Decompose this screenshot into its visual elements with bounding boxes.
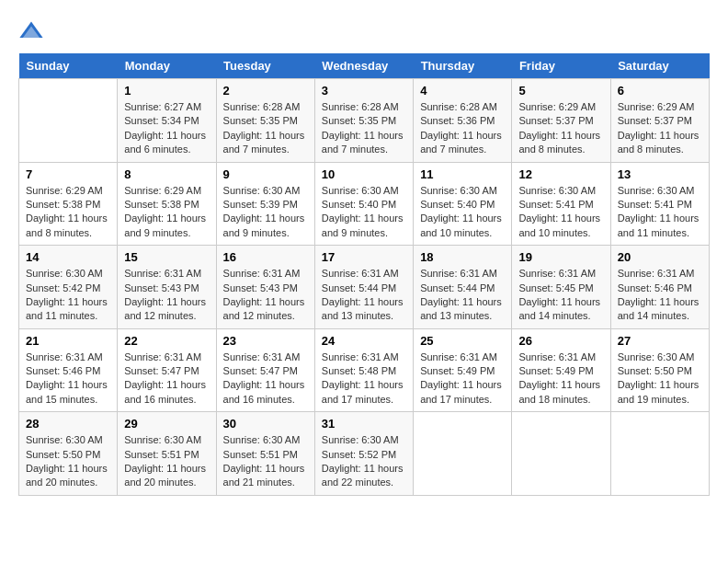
day-number: 15 [124,250,209,264]
day-number: 24 [322,334,406,348]
day-cell: 26Sunrise: 6:31 AM Sunset: 5:49 PM Dayli… [512,328,610,412]
day-info: Sunrise: 6:31 AM Sunset: 5:44 PM Dayligh… [420,267,505,324]
logo [18,18,46,44]
day-info: Sunrise: 6:31 AM Sunset: 5:43 PM Dayligh… [124,267,209,324]
day-info: Sunrise: 6:31 AM Sunset: 5:46 PM Dayligh… [26,350,110,408]
day-number: 21 [26,334,110,348]
day-cell [414,412,512,496]
day-cell: 7Sunrise: 6:29 AM Sunset: 5:38 PM Daylig… [19,162,118,246]
day-info: Sunrise: 6:30 AM Sunset: 5:51 PM Dayligh… [223,433,308,490]
day-number: 12 [518,167,603,181]
day-cell: 28Sunrise: 6:30 AM Sunset: 5:50 PM Dayli… [19,412,118,496]
day-info: Sunrise: 6:30 AM Sunset: 5:50 PM Dayligh… [618,350,702,408]
day-number: 3 [322,84,406,98]
day-info: Sunrise: 6:31 AM Sunset: 5:45 PM Dayligh… [518,267,603,324]
day-number: 5 [518,84,603,98]
day-info: Sunrise: 6:31 AM Sunset: 5:48 PM Dayligh… [322,350,406,408]
day-info: Sunrise: 6:29 AM Sunset: 5:38 PM Dayligh… [124,184,209,241]
day-cell: 20Sunrise: 6:31 AM Sunset: 5:46 PM Dayli… [610,246,709,329]
day-info: Sunrise: 6:31 AM Sunset: 5:44 PM Dayligh… [322,267,406,324]
day-cell: 1Sunrise: 6:27 AM Sunset: 5:34 PM Daylig… [118,79,216,163]
day-cell: 29Sunrise: 6:30 AM Sunset: 5:51 PM Dayli… [118,412,216,496]
day-number: 20 [618,250,702,264]
header-cell-tuesday: Tuesday [216,53,314,79]
day-number: 19 [518,250,603,264]
day-number: 14 [26,250,110,264]
day-cell: 10Sunrise: 6:30 AM Sunset: 5:40 PM Dayli… [314,162,413,246]
day-cell: 25Sunrise: 6:31 AM Sunset: 5:49 PM Dayli… [414,328,512,412]
day-cell: 2Sunrise: 6:28 AM Sunset: 5:35 PM Daylig… [216,79,314,163]
day-info: Sunrise: 6:27 AM Sunset: 5:34 PM Dayligh… [124,100,209,157]
day-info: Sunrise: 6:31 AM Sunset: 5:49 PM Dayligh… [420,350,505,408]
day-number: 26 [518,334,603,348]
day-number: 18 [420,250,505,264]
day-number: 8 [124,167,209,181]
day-cell: 6Sunrise: 6:29 AM Sunset: 5:37 PM Daylig… [610,79,709,163]
day-cell: 16Sunrise: 6:31 AM Sunset: 5:43 PM Dayli… [216,246,314,329]
day-cell: 11Sunrise: 6:30 AM Sunset: 5:40 PM Dayli… [414,162,512,246]
day-cell: 31Sunrise: 6:30 AM Sunset: 5:52 PM Dayli… [314,412,413,496]
day-info: Sunrise: 6:28 AM Sunset: 5:35 PM Dayligh… [322,100,406,157]
day-cell: 24Sunrise: 6:31 AM Sunset: 5:48 PM Dayli… [314,328,413,412]
day-cell: 21Sunrise: 6:31 AM Sunset: 5:46 PM Dayli… [19,328,118,412]
day-number: 2 [223,84,308,98]
day-info: Sunrise: 6:29 AM Sunset: 5:37 PM Dayligh… [518,100,603,157]
header-cell-friday: Friday [512,53,610,79]
day-cell: 4Sunrise: 6:28 AM Sunset: 5:36 PM Daylig… [414,79,512,163]
day-cell: 9Sunrise: 6:30 AM Sunset: 5:39 PM Daylig… [216,162,314,246]
day-number: 13 [618,167,702,181]
day-number: 25 [420,334,505,348]
week-row-4: 28Sunrise: 6:30 AM Sunset: 5:50 PM Dayli… [19,412,710,496]
day-cell: 5Sunrise: 6:29 AM Sunset: 5:37 PM Daylig… [512,79,610,163]
day-number: 9 [223,167,308,181]
day-number: 27 [618,334,702,348]
day-cell: 30Sunrise: 6:30 AM Sunset: 5:51 PM Dayli… [216,412,314,496]
header-cell-thursday: Thursday [414,53,512,79]
day-number: 4 [420,84,505,98]
header-cell-monday: Monday [118,53,216,79]
calendar-table: SundayMondayTuesdayWednesdayThursdayFrid… [18,53,710,496]
day-number: 6 [618,84,702,98]
day-info: Sunrise: 6:31 AM Sunset: 5:47 PM Dayligh… [124,350,209,408]
day-cell: 14Sunrise: 6:30 AM Sunset: 5:42 PM Dayli… [19,246,118,329]
day-cell: 18Sunrise: 6:31 AM Sunset: 5:44 PM Dayli… [414,246,512,329]
week-row-3: 21Sunrise: 6:31 AM Sunset: 5:46 PM Dayli… [19,328,710,412]
header-cell-saturday: Saturday [610,53,709,79]
day-info: Sunrise: 6:30 AM Sunset: 5:50 PM Dayligh… [26,433,110,490]
day-info: Sunrise: 6:31 AM Sunset: 5:49 PM Dayligh… [518,350,603,408]
day-number: 10 [322,167,406,181]
day-number: 22 [124,334,209,348]
day-number: 16 [223,250,308,264]
day-cell: 15Sunrise: 6:31 AM Sunset: 5:43 PM Dayli… [118,246,216,329]
day-info: Sunrise: 6:28 AM Sunset: 5:35 PM Dayligh… [223,100,308,157]
header [18,18,710,44]
day-info: Sunrise: 6:30 AM Sunset: 5:51 PM Dayligh… [124,433,209,490]
day-cell: 3Sunrise: 6:28 AM Sunset: 5:35 PM Daylig… [314,79,413,163]
day-cell: 13Sunrise: 6:30 AM Sunset: 5:41 PM Dayli… [610,162,709,246]
day-number: 23 [223,334,308,348]
day-cell [512,412,610,496]
day-info: Sunrise: 6:30 AM Sunset: 5:42 PM Dayligh… [26,267,110,324]
day-cell [610,412,709,496]
week-row-0: 1Sunrise: 6:27 AM Sunset: 5:34 PM Daylig… [19,79,710,163]
day-info: Sunrise: 6:29 AM Sunset: 5:37 PM Dayligh… [618,100,702,157]
day-cell: 22Sunrise: 6:31 AM Sunset: 5:47 PM Dayli… [118,328,216,412]
day-number: 11 [420,167,505,181]
day-cell: 19Sunrise: 6:31 AM Sunset: 5:45 PM Dayli… [512,246,610,329]
day-cell: 8Sunrise: 6:29 AM Sunset: 5:38 PM Daylig… [118,162,216,246]
day-cell: 17Sunrise: 6:31 AM Sunset: 5:44 PM Dayli… [314,246,413,329]
day-number: 7 [26,167,110,181]
week-row-2: 14Sunrise: 6:30 AM Sunset: 5:42 PM Dayli… [19,246,710,329]
day-info: Sunrise: 6:30 AM Sunset: 5:52 PM Dayligh… [322,433,406,490]
day-number: 1 [124,84,209,98]
day-cell: 27Sunrise: 6:30 AM Sunset: 5:50 PM Dayli… [610,328,709,412]
day-cell [19,79,118,163]
day-number: 31 [322,417,406,431]
day-info: Sunrise: 6:31 AM Sunset: 5:43 PM Dayligh… [223,267,308,324]
header-cell-wednesday: Wednesday [314,53,413,79]
day-number: 17 [322,250,406,264]
logo-icon [18,18,44,44]
day-cell: 23Sunrise: 6:31 AM Sunset: 5:47 PM Dayli… [216,328,314,412]
day-info: Sunrise: 6:31 AM Sunset: 5:47 PM Dayligh… [223,350,308,408]
day-number: 30 [223,417,308,431]
